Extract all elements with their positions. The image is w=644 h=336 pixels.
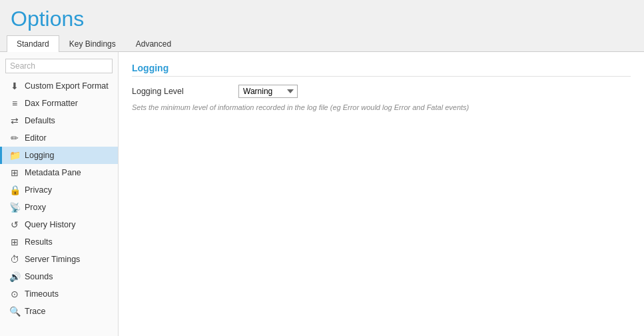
metadata-pane-icon: ⊞ — [9, 167, 20, 178]
sidebar-item-label: Dax Formatter — [25, 99, 78, 108]
sidebar-item-label: Defaults — [25, 116, 55, 125]
main-content: ⬇ Custom Export Format ≡ Dax Formatter ⇄… — [0, 52, 644, 336]
sidebar-item-server-timings[interactable]: ⏱ Server Timings — [0, 251, 118, 268]
app-title: Options — [11, 7, 633, 31]
app-container: Options Standard Key Bindings Advanced ⬇… — [0, 0, 644, 336]
sidebar-item-trace[interactable]: 🔍 Trace — [0, 303, 118, 320]
sidebar-item-logging[interactable]: 📁 Logging — [0, 147, 118, 164]
sidebar-item-privacy[interactable]: 🔒 Privacy — [0, 181, 118, 199]
logging-level-label: Logging Level — [132, 87, 238, 96]
section-title: Logging — [132, 63, 631, 77]
sidebar-item-label: Custom Export Format — [25, 81, 109, 91]
logging-level-description: Sets the minimum level of information re… — [132, 103, 631, 111]
tab-advanced[interactable]: Advanced — [126, 35, 181, 52]
defaults-icon: ⇄ — [9, 115, 20, 126]
sidebar-item-metadata-pane[interactable]: ⊞ Metadata Pane — [0, 164, 118, 181]
trace-icon: 🔍 — [9, 306, 20, 317]
sidebar-item-label: Results — [25, 237, 53, 247]
query-history-icon: ↺ — [9, 219, 20, 230]
results-icon: ⊞ — [9, 237, 20, 247]
timeouts-icon: ⊙ — [9, 289, 20, 299]
logging-level-select[interactable]: Verbose Debug Information Warning Error … — [238, 85, 298, 98]
search-input[interactable] — [5, 59, 113, 73]
search-box — [5, 59, 113, 73]
sidebar-item-query-history[interactable]: ↺ Query History — [0, 216, 118, 233]
sidebar-item-editor[interactable]: ✏ Editor — [0, 129, 118, 147]
sidebar-item-custom-export-format[interactable]: ⬇ Custom Export Format — [0, 77, 118, 95]
sidebar-item-label: Logging — [25, 151, 55, 160]
sidebar-item-defaults[interactable]: ⇄ Defaults — [0, 112, 118, 129]
dax-formatter-icon: ≡ — [9, 98, 20, 109]
sidebar-item-results[interactable]: ⊞ Results — [0, 233, 118, 251]
sidebar-item-proxy[interactable]: 📡 Proxy — [0, 199, 118, 216]
title-bar: Options — [0, 0, 644, 35]
privacy-icon: 🔒 — [9, 185, 20, 195]
sidebar-item-label: Proxy — [25, 203, 46, 212]
tabs-bar: Standard Key Bindings Advanced — [0, 35, 644, 52]
sidebar-item-label: Query History — [25, 220, 75, 229]
content-area: Logging Logging Level Verbose Debug Info… — [119, 52, 644, 336]
tab-keybindings[interactable]: Key Bindings — [59, 35, 126, 52]
sidebar-item-label: Trace — [25, 307, 46, 316]
logging-level-control: Verbose Debug Information Warning Error … — [238, 85, 298, 98]
sidebar-item-label: Editor — [25, 133, 47, 143]
sidebar-item-sounds[interactable]: 🔊 Sounds — [0, 268, 118, 285]
tab-standard[interactable]: Standard — [7, 35, 59, 52]
sidebar-item-label: Sounds — [25, 272, 53, 281]
sidebar-item-dax-formatter[interactable]: ≡ Dax Formatter — [0, 95, 118, 112]
sidebar-item-label: Metadata Pane — [25, 168, 81, 177]
logging-level-row: Logging Level Verbose Debug Information … — [132, 85, 631, 98]
custom-export-format-icon: ⬇ — [9, 81, 20, 91]
sounds-icon: 🔊 — [9, 271, 20, 282]
sidebar: ⬇ Custom Export Format ≡ Dax Formatter ⇄… — [0, 52, 119, 336]
logging-icon: 📁 — [9, 150, 20, 161]
sidebar-item-label: Server Timings — [25, 255, 80, 264]
sidebar-item-timeouts[interactable]: ⊙ Timeouts — [0, 285, 118, 303]
proxy-icon: 📡 — [9, 202, 20, 213]
editor-icon: ✏ — [9, 133, 20, 143]
sidebar-item-label: Privacy — [25, 185, 52, 195]
sidebar-item-label: Timeouts — [25, 289, 59, 299]
server-timings-icon: ⏱ — [9, 254, 20, 265]
